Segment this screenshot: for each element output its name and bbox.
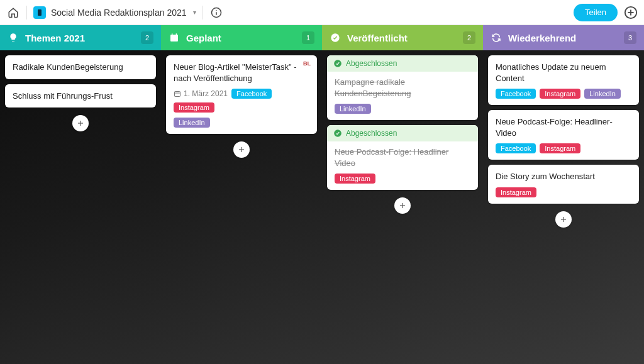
card-title: Neuer Blog-Artikel "MeisterTask" - nach … [174,62,309,84]
board: Themen 2021 2 Radikale KundenBegeisterun… [0,25,644,233]
add-card-button[interactable] [72,115,89,131]
tag-instagram: Instagram [174,102,214,113]
column-title: Veröffentlicht [347,33,408,43]
board-color-icon [33,6,46,19]
add-card-button[interactable] [233,141,250,158]
card[interactable]: BL Neuer Blog-Artikel "MeisterTask" - na… [166,55,317,134]
tag-instagram: Instagram [335,174,375,184]
tag-instagram: Instagram [540,143,580,153]
completed-banner: Abgeschlossen [327,55,478,72]
card[interactable]: Abgeschlossen Kampagne radikale KundenBe… [327,55,478,120]
lightbulb-icon [8,32,19,43]
tag-facebook: Facebook [231,89,272,99]
cards-geplant: BL Neuer Blog-Artikel "MeisterTask" - na… [161,50,322,163]
column-geplant: Geplant 1 BL Neuer Blog-Artikel "Meister… [161,25,322,233]
column-count: 3 [624,31,636,44]
cards-veroeffentlicht: Abgeschlossen Kampagne radikale KundenBe… [322,50,483,219]
column-count: 1 [302,31,314,44]
divider [26,6,27,19]
divider [203,6,203,19]
card[interactable]: Monatliches Update zu neuem Content Face… [488,55,639,105]
completed-banner: Abgeschlossen [327,125,478,141]
card-title: Radikale KundenBegeisterung [13,62,148,73]
card-title: Neue Podcast-Folge: Headliner Video [335,146,470,168]
board-selector[interactable]: Social Media Redaktionsplan 2021 ▾ [33,6,196,19]
svg-rect-9 [170,35,178,36]
calendar-icon [169,32,180,43]
tag-linkedin: LinkedIn [584,89,621,99]
card[interactable]: Neue Podcast-Folge: Headliner-Video Face… [488,110,639,160]
avatar: BL [303,60,311,67]
column-title: Wiederkehrend [508,33,576,43]
card[interactable]: Radikale KundenBegeisterung [5,55,156,79]
column-header-wiederkehrend[interactable]: Wiederkehrend 3 [483,25,644,50]
chevron-down-icon: ▾ [193,9,196,16]
topbar: Social Media Redaktionsplan 2021 ▾ Teile… [0,0,644,25]
add-icon[interactable] [624,6,638,19]
tag-facebook: Facebook [496,143,536,153]
svg-rect-12 [175,92,180,97]
add-card-button[interactable] [555,211,572,228]
tag-instagram: Instagram [496,187,536,197]
info-icon[interactable] [209,6,223,19]
card-title: Neue Podcast-Folge: Headliner-Video [496,116,631,138]
column-header-veroeffentlicht[interactable]: Veröffentlicht 2 [322,25,483,50]
column-count: 2 [141,31,153,44]
card[interactable]: Abgeschlossen Neue Podcast-Folge: Headli… [327,125,478,190]
add-card-button[interactable] [394,197,411,214]
tag-facebook: Facebook [496,89,536,99]
column-themen: Themen 2021 2 Radikale KundenBegeisterun… [0,25,161,233]
card[interactable]: Die Story zum Wochenstart Instagram [488,165,639,204]
tag-linkedin: LinkedIn [174,118,210,128]
svg-point-2 [216,9,217,11]
column-header-geplant[interactable]: Geplant 1 [161,25,322,50]
card-title: Kampagne radikale KundenBegeisterung [335,77,470,99]
column-wiederkehrend: Wiederkehrend 3 Monatliches Update zu ne… [483,25,644,233]
column-title: Geplant [186,33,221,43]
tag-instagram: Instagram [540,89,580,99]
column-title: Themen 2021 [25,33,85,43]
home-icon[interactable] [6,6,20,19]
tag-linkedin: LinkedIn [335,104,371,114]
card-title: Monatliches Update zu neuem Content [496,62,631,84]
card[interactable]: Schluss mit Führungs-Frust [5,84,156,108]
share-button[interactable]: Teilen [574,4,618,21]
board-title: Social Media Redaktionsplan 2021 [51,8,187,18]
column-count: 2 [463,31,475,44]
card-title: Die Story zum Wochenstart [496,171,631,182]
cards-wiederkehrend: Monatliches Update zu neuem Content Face… [483,50,644,233]
cards-themen: Radikale KundenBegeisterung Schluss mit … [0,50,161,136]
card-title: Schluss mit Führungs-Frust [13,91,148,102]
refresh-icon [491,32,502,43]
column-veroeffentlicht: Veröffentlicht 2 Abgeschlossen Kampagne … [322,25,483,233]
card-date: 1. März 2021 [174,89,228,98]
check-circle-icon [330,32,341,43]
column-header-themen[interactable]: Themen 2021 2 [0,25,161,50]
